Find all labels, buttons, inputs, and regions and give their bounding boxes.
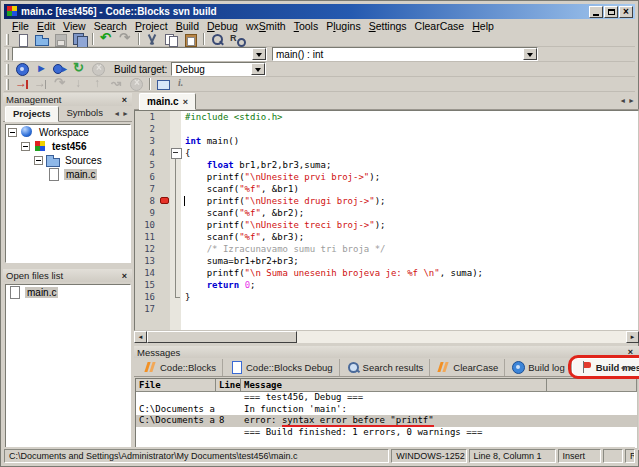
messages-tab-code-blocks[interactable]: Code::Blocks (137, 359, 223, 376)
column-header-file[interactable]: File (136, 379, 216, 391)
toolbar-grip[interactable] (6, 79, 9, 90)
code-line[interactable]: 7 scanf("%f", &br1) (135, 183, 638, 195)
toolbar-grip[interactable] (6, 49, 9, 60)
copy-icon[interactable] (163, 32, 180, 47)
marker-margin (159, 291, 170, 303)
marker-margin (159, 243, 170, 255)
menu-item-plugins[interactable]: Plugins (322, 20, 364, 32)
column-header-line[interactable]: Line (216, 379, 241, 391)
menu-item-tools[interactable]: Tools (290, 20, 323, 32)
menu-item-help[interactable]: Help (468, 20, 498, 32)
code-line[interactable]: 17 (135, 303, 638, 315)
tree-item-sources[interactable]: Sources (6, 153, 130, 167)
expander-minus-icon[interactable] (34, 156, 43, 165)
menu-item-project[interactable]: Project (131, 20, 172, 32)
tab-symbols[interactable]: Symbols (59, 105, 111, 121)
restore-button[interactable] (604, 6, 618, 18)
code-line[interactable]: 12 /* Izracunavamo sumu tri broja */ (135, 243, 638, 255)
tree-item-main-c[interactable]: main.c (6, 167, 130, 181)
cut-icon[interactable] (144, 32, 161, 47)
build-target-combobox[interactable]: Debug (171, 62, 266, 76)
find-icon[interactable] (209, 32, 226, 47)
build-message-row[interactable]: C:\Documents a...In function 'main': (136, 404, 637, 416)
toolbar-grip[interactable] (6, 64, 9, 75)
chevron-down-icon[interactable] (251, 63, 265, 75)
code-line[interactable]: 5 float br1,br2,br3,suma; (135, 159, 638, 171)
column-header-message[interactable]: Message (241, 379, 547, 391)
build-message-row[interactable]: C:\Documents a...8error: syntax error be… (136, 415, 637, 427)
menu-item-file[interactable]: File (8, 20, 33, 32)
menu-item-edit[interactable]: Edit (33, 20, 59, 32)
info-icon[interactable] (174, 77, 191, 92)
tree-item-label: Sources (63, 155, 104, 166)
scroll-right-icon[interactable]: ► (626, 331, 639, 343)
expander-minus-icon[interactable] (8, 128, 17, 137)
menu-item-wxsmith[interactable]: wxSmith (242, 20, 290, 32)
messages-tab-code-blocks-debug[interactable]: Code::Blocks Debug (223, 359, 340, 376)
code-line[interactable]: 14 printf("\n Suma unesenih brojeva je: … (135, 267, 638, 279)
code-line[interactable]: 10 printf("\nUnesite treci broj->"); (135, 219, 638, 231)
tab-scroll-arrows-icon[interactable]: ◄► (619, 364, 637, 371)
menu-item-settings[interactable]: Settings (365, 20, 411, 32)
menu-item-clearcase[interactable]: ClearCase (411, 20, 469, 32)
code-line[interactable]: 9 scanf("%f", &br2); (135, 207, 638, 219)
chevron-down-icon[interactable] (523, 48, 537, 60)
messages-tab-build-log[interactable]: Build log (505, 359, 571, 376)
tab-scroll-arrows-icon[interactable]: ◄► (619, 97, 637, 104)
editor-tab-main-c[interactable]: main.c × (139, 93, 196, 110)
open-file-icon[interactable] (33, 32, 50, 47)
scrollbar-thumb[interactable] (147, 331, 297, 343)
build-message-row[interactable]: === Build finished: 1 errors, 0 warnings… (136, 427, 637, 439)
replace-icon[interactable] (228, 32, 245, 47)
build-message-row[interactable]: === test456, Debug === (136, 392, 637, 404)
expander-minus-icon[interactable] (21, 142, 30, 151)
tree-item-workspace[interactable]: Workspace (6, 125, 130, 139)
tree-item-test456[interactable]: test456 (6, 139, 130, 153)
minimize-button[interactable] (589, 6, 603, 18)
debug-windows-icon[interactable] (155, 77, 172, 92)
symbol-combobox[interactable]: main() : int (272, 47, 538, 61)
fold-collapse-icon[interactable] (170, 147, 181, 159)
code-line[interactable]: 16} (135, 291, 638, 303)
tab-projects[interactable]: Projects (5, 106, 59, 122)
run-icon[interactable] (33, 62, 50, 77)
compile-icon[interactable] (14, 62, 31, 77)
code-line[interactable]: 15 return 0; (135, 279, 638, 291)
code-editor[interactable]: 1#include <stdio.h>23int main()4{5 float… (134, 110, 639, 331)
line-number: 17 (135, 303, 159, 315)
menu-item-view[interactable]: View (59, 20, 90, 32)
debug-continue-icon[interactable] (14, 77, 31, 92)
close-button[interactable]: × (619, 6, 633, 18)
new-file-icon[interactable] (14, 32, 31, 47)
title-bar[interactable]: main.c [test456] - Code::Blocks svn buil… (4, 4, 635, 19)
tab-scroll-arrows-icon[interactable]: ◄► (113, 110, 131, 117)
chevron-down-icon[interactable] (252, 48, 266, 60)
scrollbar-track[interactable] (297, 331, 626, 343)
code-line[interactable]: 6 printf("\nUnesite prvi broj->"); (135, 171, 638, 183)
messages-tab-search-results[interactable]: Search results (340, 359, 431, 376)
toolbar-separator (149, 78, 151, 90)
menu-item-build[interactable]: Build (172, 20, 203, 32)
menu-item-debug[interactable]: Debug (203, 20, 242, 32)
code-line[interactable]: 13 suma=br1+br2+br3; (135, 255, 638, 267)
close-icon[interactable]: × (119, 270, 130, 281)
paste-icon[interactable] (182, 32, 199, 47)
code-line[interactable]: 1#include <stdio.h> (135, 111, 638, 123)
code-line[interactable]: 3int main() (135, 135, 638, 147)
code-line[interactable]: 4{ (135, 147, 638, 159)
rebuild-icon[interactable] (71, 62, 88, 77)
code-line[interactable]: 2 (135, 123, 638, 135)
toolbar-grip[interactable] (6, 34, 9, 45)
code-line[interactable]: 8 printf("\nUnesite drugi broj->"); (135, 195, 638, 207)
messages-tab-clearcase[interactable]: ClearCase (430, 359, 505, 376)
scope-combobox[interactable] (12, 47, 267, 61)
close-icon[interactable]: × (625, 347, 636, 358)
save-all-icon[interactable] (71, 32, 88, 47)
close-icon[interactable]: × (119, 94, 130, 105)
horizontal-scrollbar[interactable]: ◄ ► (134, 331, 639, 343)
code-line[interactable]: 11 scanf("%f", &br3); (135, 231, 638, 243)
tab-close-icon[interactable]: × (183, 97, 188, 107)
scroll-left-icon[interactable]: ◄ (134, 331, 147, 343)
undo-icon[interactable] (98, 32, 115, 47)
tree-item-main-c[interactable]: main.c (6, 285, 130, 299)
